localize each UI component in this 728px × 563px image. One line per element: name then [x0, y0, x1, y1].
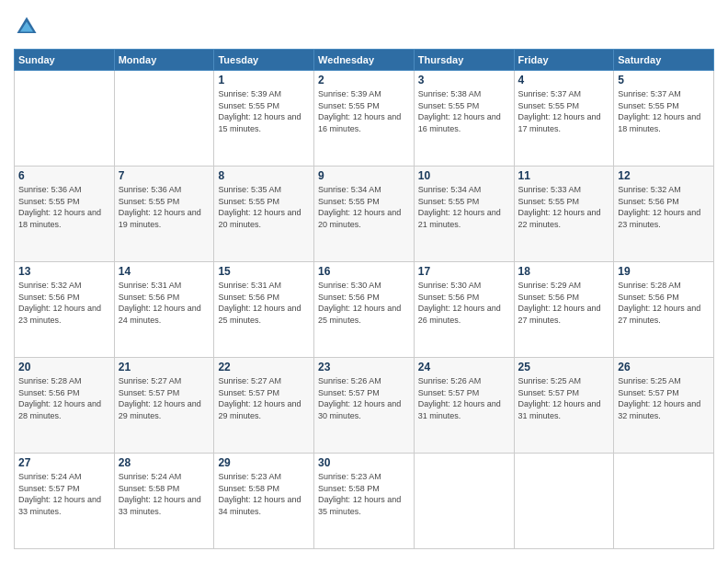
- day-number: 30: [318, 456, 410, 469]
- day-number: 1: [218, 74, 310, 86]
- header-friday: Friday: [514, 50, 614, 71]
- day-info: Sunrise: 5:31 AM Sunset: 5:56 PM Dayligh…: [119, 280, 210, 326]
- calendar-cell: 13Sunrise: 5:32 AM Sunset: 5:56 PM Dayli…: [15, 262, 115, 358]
- calendar-cell: 1Sunrise: 5:39 AM Sunset: 5:55 PM Daylig…: [214, 71, 314, 167]
- day-number: 19: [618, 265, 710, 278]
- calendar-cell: 4Sunrise: 5:37 AM Sunset: 5:55 PM Daylig…: [514, 71, 614, 167]
- day-number: 13: [18, 265, 110, 278]
- day-info: Sunrise: 5:23 AM Sunset: 5:58 PM Dayligh…: [218, 471, 310, 517]
- day-info: Sunrise: 5:29 AM Sunset: 5:56 PM Dayligh…: [518, 280, 610, 326]
- day-info: Sunrise: 5:34 AM Sunset: 5:55 PM Dayligh…: [418, 184, 510, 230]
- day-number: 14: [119, 265, 210, 278]
- calendar-cell: 7Sunrise: 5:36 AM Sunset: 5:55 PM Daylig…: [114, 167, 214, 262]
- day-info: Sunrise: 5:38 AM Sunset: 5:55 PM Dayligh…: [418, 88, 510, 134]
- calendar-table: SundayMondayTuesdayWednesdayThursdayFrid…: [14, 49, 714, 549]
- day-info: Sunrise: 5:28 AM Sunset: 5:56 PM Dayligh…: [18, 375, 110, 421]
- calendar-cell: [514, 454, 614, 549]
- calendar-cell: 27Sunrise: 5:24 AM Sunset: 5:57 PM Dayli…: [15, 454, 115, 549]
- day-number: 23: [318, 361, 410, 373]
- calendar-cell: 8Sunrise: 5:35 AM Sunset: 5:55 PM Daylig…: [214, 167, 314, 262]
- calendar-cell: 21Sunrise: 5:27 AM Sunset: 5:57 PM Dayli…: [114, 358, 214, 454]
- day-info: Sunrise: 5:24 AM Sunset: 5:57 PM Dayligh…: [18, 471, 110, 517]
- calendar-cell: 29Sunrise: 5:23 AM Sunset: 5:58 PM Dayli…: [214, 454, 314, 549]
- calendar-cell: 2Sunrise: 5:39 AM Sunset: 5:55 PM Daylig…: [314, 71, 415, 167]
- day-info: Sunrise: 5:26 AM Sunset: 5:57 PM Dayligh…: [418, 375, 510, 421]
- header: [14, 14, 714, 40]
- day-info: Sunrise: 5:37 AM Sunset: 5:55 PM Dayligh…: [618, 88, 710, 134]
- day-info: Sunrise: 5:36 AM Sunset: 5:55 PM Dayligh…: [18, 184, 110, 230]
- calendar-cell: 3Sunrise: 5:38 AM Sunset: 5:55 PM Daylig…: [414, 71, 514, 167]
- header-monday: Monday: [114, 50, 214, 71]
- day-number: 15: [218, 265, 310, 278]
- day-info: Sunrise: 5:26 AM Sunset: 5:57 PM Dayligh…: [318, 375, 410, 421]
- calendar-cell: 24Sunrise: 5:26 AM Sunset: 5:57 PM Dayli…: [414, 358, 514, 454]
- day-number: 18: [518, 265, 610, 278]
- day-number: 26: [618, 361, 710, 373]
- calendar-cell: 28Sunrise: 5:24 AM Sunset: 5:58 PM Dayli…: [114, 454, 214, 549]
- page: SundayMondayTuesdayWednesdayThursdayFrid…: [0, 0, 728, 563]
- day-info: Sunrise: 5:28 AM Sunset: 5:56 PM Dayligh…: [618, 280, 710, 326]
- day-number: 24: [418, 361, 510, 373]
- calendar-cell: 10Sunrise: 5:34 AM Sunset: 5:55 PM Dayli…: [414, 167, 514, 262]
- day-number: 6: [18, 169, 110, 182]
- day-info: Sunrise: 5:33 AM Sunset: 5:55 PM Dayligh…: [518, 184, 610, 230]
- day-info: Sunrise: 5:25 AM Sunset: 5:57 PM Dayligh…: [618, 375, 710, 421]
- calendar-cell: 9Sunrise: 5:34 AM Sunset: 5:55 PM Daylig…: [314, 167, 415, 262]
- day-info: Sunrise: 5:27 AM Sunset: 5:57 PM Dayligh…: [218, 375, 310, 421]
- day-info: Sunrise: 5:32 AM Sunset: 5:56 PM Dayligh…: [618, 184, 710, 230]
- day-info: Sunrise: 5:30 AM Sunset: 5:56 PM Dayligh…: [318, 280, 410, 326]
- day-info: Sunrise: 5:27 AM Sunset: 5:57 PM Dayligh…: [119, 375, 210, 421]
- week-row-2: 13Sunrise: 5:32 AM Sunset: 5:56 PM Dayli…: [15, 262, 714, 358]
- day-info: Sunrise: 5:24 AM Sunset: 5:58 PM Dayligh…: [119, 471, 210, 517]
- day-number: 7: [119, 169, 210, 182]
- calendar-cell: 22Sunrise: 5:27 AM Sunset: 5:57 PM Dayli…: [214, 358, 314, 454]
- day-number: 8: [218, 169, 310, 182]
- day-number: 25: [518, 361, 610, 373]
- header-sunday: Sunday: [15, 50, 115, 71]
- calendar-cell: 23Sunrise: 5:26 AM Sunset: 5:57 PM Dayli…: [314, 358, 415, 454]
- calendar-header-row: SundayMondayTuesdayWednesdayThursdayFrid…: [15, 50, 714, 71]
- header-wednesday: Wednesday: [314, 50, 415, 71]
- day-info: Sunrise: 5:30 AM Sunset: 5:56 PM Dayligh…: [418, 280, 510, 326]
- calendar-cell: [614, 454, 714, 549]
- day-number: 4: [518, 74, 610, 86]
- day-number: 16: [318, 265, 410, 278]
- day-number: 5: [618, 74, 710, 86]
- day-number: 22: [218, 361, 310, 373]
- day-number: 9: [318, 169, 410, 182]
- day-number: 12: [618, 169, 710, 182]
- day-number: 11: [518, 169, 610, 182]
- calendar-cell: 19Sunrise: 5:28 AM Sunset: 5:56 PM Dayli…: [614, 262, 714, 358]
- calendar-cell: 15Sunrise: 5:31 AM Sunset: 5:56 PM Dayli…: [214, 262, 314, 358]
- day-number: 17: [418, 265, 510, 278]
- calendar-cell: [15, 71, 115, 167]
- day-number: 21: [119, 361, 210, 373]
- header-thursday: Thursday: [414, 50, 514, 71]
- calendar-cell: 18Sunrise: 5:29 AM Sunset: 5:56 PM Dayli…: [514, 262, 614, 358]
- day-info: Sunrise: 5:34 AM Sunset: 5:55 PM Dayligh…: [318, 184, 410, 230]
- day-info: Sunrise: 5:39 AM Sunset: 5:55 PM Dayligh…: [318, 88, 410, 134]
- header-tuesday: Tuesday: [214, 50, 314, 71]
- day-info: Sunrise: 5:37 AM Sunset: 5:55 PM Dayligh…: [518, 88, 610, 134]
- calendar-cell: 20Sunrise: 5:28 AM Sunset: 5:56 PM Dayli…: [15, 358, 115, 454]
- day-number: 10: [418, 169, 510, 182]
- calendar-cell: 17Sunrise: 5:30 AM Sunset: 5:56 PM Dayli…: [414, 262, 514, 358]
- calendar-cell: 14Sunrise: 5:31 AM Sunset: 5:56 PM Dayli…: [114, 262, 214, 358]
- header-saturday: Saturday: [614, 50, 714, 71]
- day-number: 3: [418, 74, 510, 86]
- day-info: Sunrise: 5:31 AM Sunset: 5:56 PM Dayligh…: [218, 280, 310, 326]
- calendar-cell: 6Sunrise: 5:36 AM Sunset: 5:55 PM Daylig…: [15, 167, 115, 262]
- week-row-1: 6Sunrise: 5:36 AM Sunset: 5:55 PM Daylig…: [15, 167, 714, 262]
- logo: [14, 14, 43, 40]
- calendar-cell: 16Sunrise: 5:30 AM Sunset: 5:56 PM Dayli…: [314, 262, 415, 358]
- calendar-cell: 12Sunrise: 5:32 AM Sunset: 5:56 PM Dayli…: [614, 167, 714, 262]
- day-info: Sunrise: 5:25 AM Sunset: 5:57 PM Dayligh…: [518, 375, 610, 421]
- calendar-cell: [114, 71, 214, 167]
- calendar-cell: 30Sunrise: 5:23 AM Sunset: 5:58 PM Dayli…: [314, 454, 415, 549]
- calendar-cell: 5Sunrise: 5:37 AM Sunset: 5:55 PM Daylig…: [614, 71, 714, 167]
- calendar-cell: 26Sunrise: 5:25 AM Sunset: 5:57 PM Dayli…: [614, 358, 714, 454]
- calendar-cell: [414, 454, 514, 549]
- week-row-0: 1Sunrise: 5:39 AM Sunset: 5:55 PM Daylig…: [15, 71, 714, 167]
- day-number: 28: [119, 456, 210, 469]
- day-number: 27: [18, 456, 110, 469]
